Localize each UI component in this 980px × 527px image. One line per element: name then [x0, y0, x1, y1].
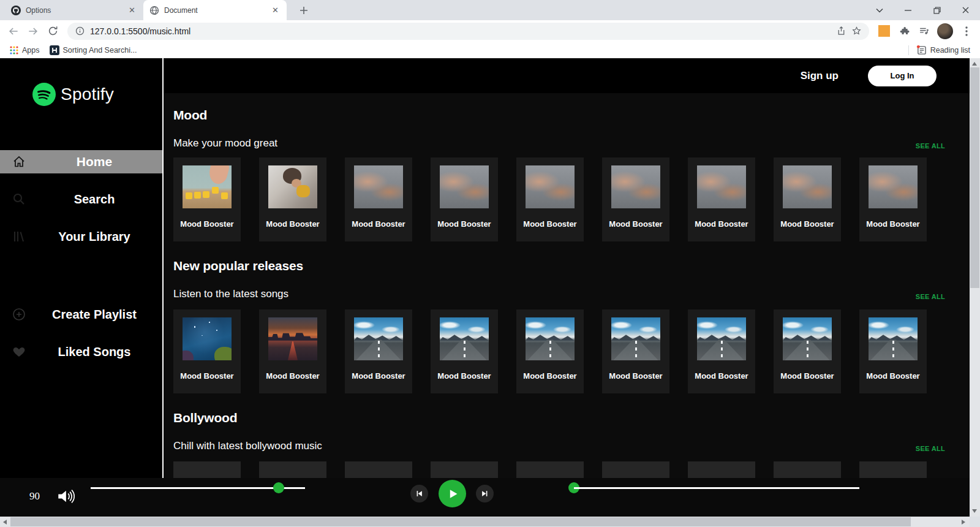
restore-icon[interactable]	[922, 0, 951, 20]
card-title: Mood Booster	[774, 219, 841, 229]
playlist-card[interactable]: Mood Booster	[688, 309, 755, 393]
playlist-card[interactable]: Mood Booster	[774, 309, 841, 393]
playlist-card[interactable]	[774, 461, 841, 478]
reading-list-button[interactable]: Reading list	[914, 44, 973, 56]
menu-dots-icon[interactable]	[958, 23, 975, 40]
sidebar-item-home[interactable]: Home	[0, 150, 162, 173]
tab-close-icon[interactable]: ✕	[270, 5, 281, 15]
playlist-card[interactable]	[688, 461, 755, 478]
profile-avatar[interactable]	[937, 23, 953, 39]
sign-up-link[interactable]: Sign up	[801, 70, 839, 82]
card-art-hidden	[526, 469, 575, 478]
play-button[interactable]	[439, 480, 466, 507]
tab-search-chevron-icon[interactable]	[865, 0, 894, 20]
minimize-icon[interactable]	[894, 0, 922, 20]
horizontal-scrollbar[interactable]	[0, 517, 980, 527]
vertical-scrollbar[interactable]	[970, 58, 980, 517]
card-art-mom-child	[268, 165, 317, 208]
card-art-clouds	[440, 165, 489, 208]
section-title: Bollywood	[173, 411, 945, 425]
browser-tab-document[interactable]: Document ✕	[143, 0, 287, 20]
playlist-card[interactable]: Mood Booster	[602, 157, 669, 241]
playlist-card[interactable]: Mood Booster	[602, 309, 669, 393]
playlist-card[interactable]: Mood Booster	[774, 157, 841, 241]
tab-close-icon[interactable]: ✕	[127, 5, 137, 15]
media-controls-icon[interactable]	[915, 23, 932, 40]
see-all-link[interactable]: SEE ALL	[916, 445, 945, 452]
card-art-road	[526, 317, 575, 360]
forward-icon[interactable]	[24, 23, 42, 40]
browser-tab-strip: Options ✕ Document ✕	[0, 0, 980, 20]
playlist-card[interactable]: Mood Booster	[688, 157, 755, 241]
progress-slider[interactable]	[574, 487, 859, 489]
playlist-card[interactable]: Mood Booster	[259, 157, 326, 241]
sidebar-item-create-playlist[interactable]: Create Playlist	[0, 303, 162, 326]
playlist-card[interactable]: Mood Booster	[259, 309, 326, 393]
playlist-card[interactable]	[602, 461, 669, 478]
volume-value: 90	[29, 490, 40, 502]
see-all-link[interactable]: SEE ALL	[916, 293, 945, 300]
next-button[interactable]	[476, 485, 494, 502]
log-in-button[interactable]: Log In	[868, 66, 937, 86]
sidebar-item-your-library[interactable]: Your Library	[0, 225, 162, 248]
playlist-card[interactable]	[173, 461, 241, 478]
playlist-card[interactable]: Mood Booster	[173, 157, 241, 241]
playlist-card[interactable]: Mood Booster	[431, 309, 498, 393]
card-title: Mood Booster	[688, 219, 755, 229]
address-bar[interactable]: 127.0.0.1:5500/music.html	[67, 23, 869, 40]
new-tab-button[interactable]	[295, 2, 312, 19]
card-art-hidden	[611, 469, 660, 478]
scroll-up-arrow-icon[interactable]	[972, 62, 977, 66]
sidebar-item-search[interactable]: Search	[0, 188, 162, 211]
section-bollywood: BollywoodChill with latest bollywood mus…	[164, 411, 970, 478]
extensions-puzzle-icon[interactable]	[895, 23, 913, 40]
extension-orange-icon[interactable]	[878, 25, 890, 37]
volume-slider-thumb[interactable]	[273, 482, 284, 493]
playlist-card[interactable]	[345, 461, 412, 478]
playlist-card[interactable]: Mood Booster	[173, 309, 241, 393]
playlist-card[interactable]: Mood Booster	[516, 157, 584, 241]
card-title: Mood Booster	[688, 371, 755, 381]
card-title: Mood Booster	[345, 371, 412, 381]
see-all-link[interactable]: SEE ALL	[916, 142, 945, 150]
apps-shortcut[interactable]: Apps	[7, 45, 42, 56]
playlist-card[interactable]	[431, 461, 498, 478]
browser-tab-options[interactable]: Options ✕	[5, 0, 143, 20]
scroll-left-arrow-icon[interactable]	[3, 520, 7, 525]
playlist-card[interactable]: Mood Booster	[516, 309, 584, 393]
previous-button[interactable]	[410, 485, 428, 502]
reload-icon[interactable]	[44, 23, 61, 40]
bookmark-star-icon[interactable]	[851, 26, 862, 36]
share-icon[interactable]	[836, 26, 846, 36]
card-art-road	[611, 317, 660, 360]
reading-list-label: Reading list	[930, 46, 970, 55]
scroll-right-arrow-icon[interactable]	[962, 520, 965, 525]
card-art-road	[354, 317, 403, 360]
playlist-card[interactable]: Mood Booster	[859, 157, 927, 241]
horizontal-scrollbar-thumb[interactable]	[10, 517, 911, 526]
playlist-card[interactable]	[859, 461, 927, 478]
back-icon[interactable]	[5, 23, 22, 40]
apps-grid-icon	[10, 46, 18, 55]
site-info-icon[interactable]	[75, 26, 85, 36]
playlist-card[interactable]	[259, 461, 326, 478]
playlist-card[interactable]: Mood Booster	[431, 157, 498, 241]
close-icon[interactable]	[951, 0, 980, 20]
window-controls	[865, 0, 980, 20]
card-art-hidden	[183, 469, 232, 478]
heart-icon	[12, 344, 26, 359]
sidebar-item-label: Home	[26, 154, 162, 169]
sidebar-item-liked-songs[interactable]: Liked Songs	[0, 340, 162, 363]
bookmark-sorting[interactable]: Sorting And Searchi...	[47, 44, 140, 56]
sidebar-item-label: Your Library	[26, 230, 162, 244]
spotify-logo[interactable]: Spotify	[32, 83, 162, 106]
speaker-icon[interactable]	[57, 488, 77, 505]
vertical-scrollbar-thumb[interactable]	[970, 67, 979, 288]
scroll-down-arrow-icon[interactable]	[972, 509, 977, 513]
playlist-card[interactable]: Mood Booster	[859, 309, 927, 393]
card-art-hidden	[697, 469, 746, 478]
playlist-card[interactable]	[516, 461, 584, 478]
playlist-card[interactable]: Mood Booster	[345, 309, 412, 393]
playlist-card[interactable]: Mood Booster	[345, 157, 412, 241]
sidebar: Spotify HomeSearchYour LibraryCreate Pla…	[0, 58, 162, 478]
